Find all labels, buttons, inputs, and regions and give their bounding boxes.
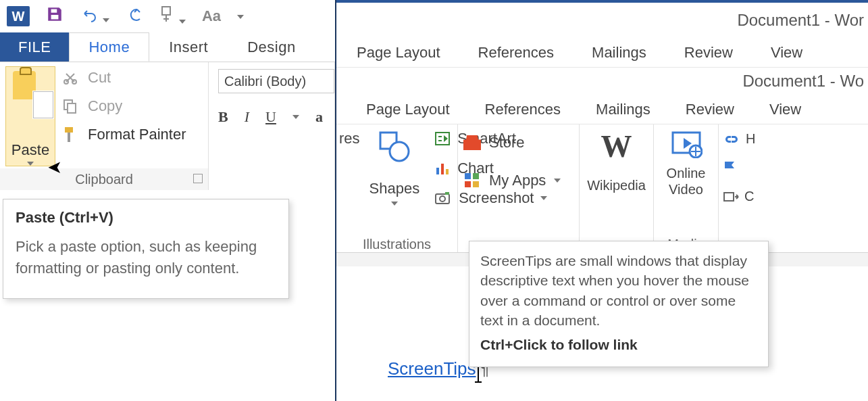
svg-rect-8	[436, 168, 439, 174]
bookmark-button[interactable]	[723, 160, 868, 175]
pictures-res-fragment: res	[339, 130, 360, 147]
hyperlink-screentip: ScreenTips are small windows that displa…	[469, 241, 769, 367]
copy-button[interactable]: Copy	[62, 97, 186, 115]
shapes-icon[interactable]	[378, 130, 411, 166]
paste-sheet-icon	[33, 91, 53, 118]
cross-ref-icon	[723, 190, 739, 204]
my-apps-icon	[463, 172, 481, 189]
cross-reference-button[interactable]: C	[723, 189, 868, 204]
tab-file[interactable]: FILE	[0, 32, 69, 62]
left-word-window: W Aa FILE Home Insert Design	[0, 0, 335, 401]
paste-screentip: Paste (Ctrl+V) Pick a paste option, such…	[3, 199, 289, 299]
bold-button[interactable]: B	[218, 108, 228, 126]
clipboard-dialog-launcher-icon[interactable]	[193, 174, 203, 183]
window-title-1: Document1 - Wor	[737, 11, 864, 30]
redo-icon[interactable]	[126, 7, 143, 26]
touch-mode-icon[interactable]	[159, 5, 185, 27]
paste-dropdown-icon[interactable]	[27, 162, 34, 166]
change-case-icon[interactable]: Aa	[202, 7, 221, 25]
my-apps-button[interactable]: My Apps	[463, 172, 573, 189]
illustrations-group: res Shapes SmartArt Chart	[336, 124, 458, 252]
wikipedia-group: W Wikipedia	[580, 124, 654, 252]
apps-group: Store My Apps	[458, 124, 580, 252]
bookmark-flag-icon	[723, 160, 736, 175]
format-painter-label: Format Painter	[88, 126, 186, 143]
store-label: Store	[489, 134, 525, 151]
shapes-label[interactable]: Shapes	[369, 180, 420, 197]
open-folder-icon[interactable]	[237, 10, 244, 22]
tab-view-1[interactable]: View	[771, 44, 802, 62]
svg-rect-16	[465, 181, 471, 187]
italic-button[interactable]: I	[245, 108, 249, 126]
tab-insert[interactable]: Insert	[149, 32, 228, 62]
tab-review-2[interactable]: Review	[686, 101, 734, 118]
tab-mailings-2[interactable]: Mailings	[596, 101, 650, 118]
cut-button[interactable]: Cut	[62, 69, 186, 87]
tab-home[interactable]: Home	[69, 32, 149, 62]
underline-dropdown-icon[interactable]	[292, 115, 299, 119]
hyperlink-text[interactable]: ScreenTips	[388, 358, 476, 379]
tab-page-layout-2[interactable]: Page Layout	[366, 101, 450, 118]
quick-access-toolbar: W Aa	[0, 0, 335, 32]
screentip-body: Pick a paste option, such as keeping for…	[16, 236, 276, 279]
title-bar-2: Document1 - Wo	[336, 68, 868, 95]
tab-view-2[interactable]: View	[769, 101, 801, 118]
hyperlink-label: H	[746, 131, 755, 147]
touch-dropdown-icon[interactable]	[179, 20, 186, 24]
undo-dropdown-icon[interactable]	[103, 18, 109, 22]
my-apps-label: My Apps	[489, 172, 546, 189]
tab-page-layout-1[interactable]: Page Layout	[357, 44, 440, 62]
tab-mailings-1[interactable]: Mailings	[592, 44, 646, 62]
tab-review-1[interactable]: Review	[684, 44, 733, 62]
svg-rect-15	[473, 173, 479, 179]
ribbon-tabs-lower: Page Layout References Mailings Review V…	[336, 95, 868, 124]
svg-rect-0	[162, 7, 170, 15]
copy-label: Copy	[88, 97, 122, 115]
svg-rect-17	[473, 181, 479, 187]
ribbon-insert: res Shapes SmartArt Chart	[336, 124, 868, 253]
store-button[interactable]: Store	[463, 134, 573, 151]
media-group: Online Video Media	[654, 124, 719, 252]
undo-icon[interactable]	[80, 7, 109, 26]
paste-button[interactable]: Paste	[5, 66, 55, 166]
cut-label: Cut	[88, 69, 111, 87]
hyperlink-screentip-body: ScreenTips are small windows that displa…	[480, 253, 749, 328]
font-name-value: Calibri (Body)	[224, 74, 306, 89]
store-icon	[463, 135, 481, 150]
ribbon-tabs-upper: Page Layout References Mailings Review V…	[336, 38, 868, 68]
word-logo-icon: W	[7, 6, 30, 26]
cursor-arrow-icon: ➤	[47, 157, 62, 178]
shapes-dropdown-icon[interactable]	[391, 202, 398, 206]
format-painter-button[interactable]: Format Painter	[62, 126, 186, 143]
hyperlink-button[interactable]: H	[723, 131, 868, 147]
screentip-title: Paste (Ctrl+V)	[16, 209, 276, 227]
underline-button[interactable]: U	[265, 108, 276, 126]
font-name-combo[interactable]: Calibri (Body)	[218, 69, 334, 93]
tab-design[interactable]: Design	[228, 32, 315, 62]
font-group: Calibri (Body) B I U a	[209, 62, 335, 190]
clipboard-icon	[13, 71, 36, 99]
tab-references-1[interactable]: References	[478, 44, 555, 62]
window-title-2: Document1 - Wo	[742, 72, 864, 91]
cross-ref-label: C	[744, 189, 754, 204]
illustrations-group-label: Illustrations	[336, 237, 457, 252]
svg-rect-4	[68, 103, 76, 113]
font-a-button[interactable]: a	[315, 108, 323, 126]
clipboard-group: Paste Cut Copy Format Painter Clipboar	[0, 62, 209, 190]
save-icon[interactable]	[46, 5, 63, 27]
online-video-label[interactable]: Online Video	[659, 165, 713, 197]
paste-label: Paste	[11, 141, 49, 159]
wikipedia-label[interactable]: Wikipedia	[585, 178, 648, 193]
hyperlink-screentip-ctrl: Ctrl+Click to follow link	[480, 335, 757, 354]
tab-references-2[interactable]: References	[485, 101, 561, 118]
svg-rect-14	[465, 173, 471, 179]
links-group: H C	[719, 124, 868, 252]
ribbon-tabs-left: FILE Home Insert Design	[0, 32, 335, 62]
title-bar-1: Document1 - Wor	[336, 0, 868, 38]
online-video-icon[interactable]	[670, 149, 703, 160]
svg-rect-10	[446, 169, 449, 174]
clipboard-group-label: Clipboard	[0, 168, 208, 190]
wikipedia-icon[interactable]: W	[585, 128, 648, 164]
my-apps-dropdown-icon[interactable]	[554, 179, 561, 183]
svg-rect-9	[441, 164, 444, 174]
